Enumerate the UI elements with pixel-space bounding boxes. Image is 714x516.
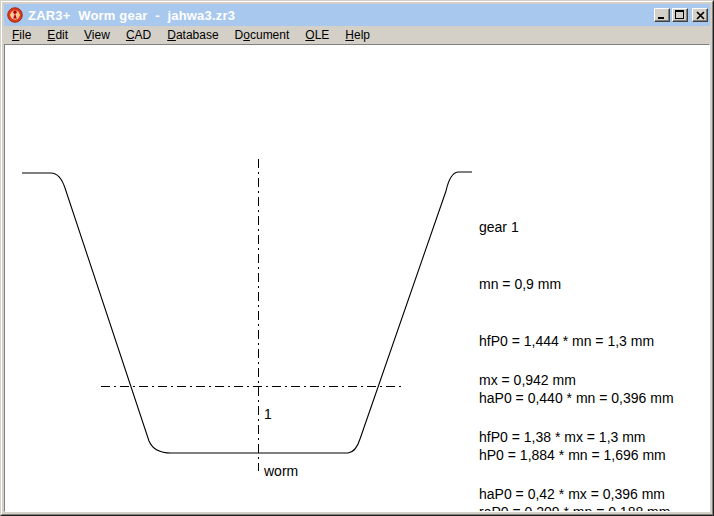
menu-document[interactable]: Document (231, 27, 294, 43)
ref-number-label: 1 (264, 405, 299, 424)
app-window: ZAR3+ Worm gear - jahwa3.zr3 (0, 0, 714, 516)
window-frame: ZAR3+ Worm gear - jahwa3.zr3 (1, 1, 713, 515)
gear1-title: gear 1 (479, 218, 674, 237)
param-line: mn = 0,9 mm (479, 275, 674, 294)
tooth-profile-curve (22, 172, 472, 453)
profile-labels: 1 worm (Tool) (264, 367, 299, 512)
minimize-icon (657, 10, 667, 20)
close-icon (696, 11, 705, 20)
window-title: ZAR3+ Worm gear - jahwa3.zr3 (28, 8, 654, 23)
title-bar[interactable]: ZAR3+ Worm gear - jahwa3.zr3 (4, 4, 710, 26)
menu-view[interactable]: View (80, 27, 114, 43)
axial-parameters: mx = 0,942 mm hfP0 = 1,38 * mx = 1,3 mm … (479, 333, 665, 512)
param-line: hfP0 = 1,38 * mx = 1,3 mm (479, 428, 665, 447)
menu-database[interactable]: Database (163, 27, 222, 43)
menu-ole[interactable]: OLE (301, 27, 333, 43)
param-line: mx = 0,942 mm (479, 371, 665, 390)
maximize-button[interactable] (672, 8, 688, 22)
minimize-button[interactable] (654, 8, 670, 22)
window-controls (654, 8, 708, 22)
menu-cad[interactable]: CAD (122, 27, 155, 43)
menu-bar: File Edit View CAD Database Document OLE… (4, 26, 710, 44)
menu-help[interactable]: Help (341, 27, 374, 43)
maximize-icon (675, 10, 685, 20)
close-button[interactable] (692, 8, 708, 22)
part-name-label: worm (264, 462, 299, 481)
param-line: haP0 = 0,42 * mx = 0,396 mm (479, 485, 665, 504)
drawing-canvas: 1 worm (Tool) gear 1 mn = 0,9 mm hfP0 = … (4, 44, 710, 512)
app-icon[interactable] (7, 7, 23, 23)
menu-edit[interactable]: Edit (43, 27, 72, 43)
menu-file[interactable]: File (8, 27, 35, 43)
